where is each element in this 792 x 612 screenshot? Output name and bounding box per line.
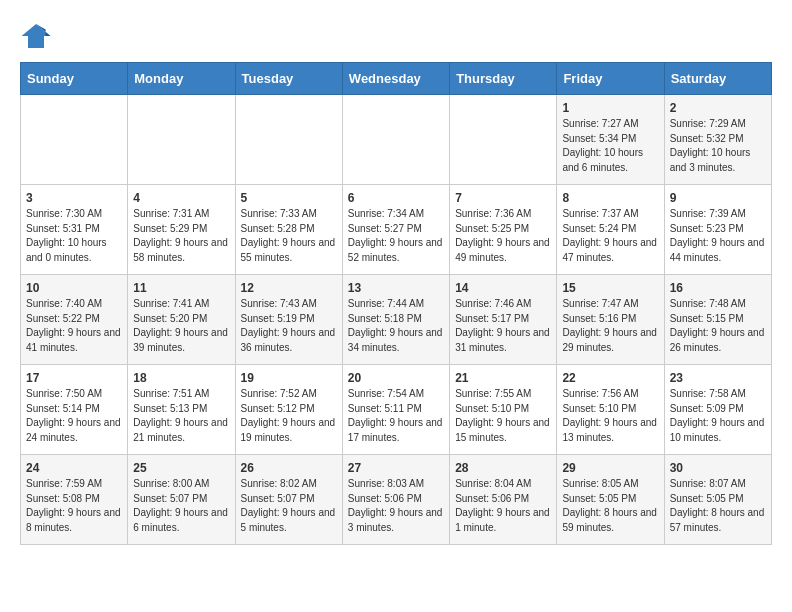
day-info: Sunrise: 7:36 AM Sunset: 5:25 PM Dayligh… [455,207,551,265]
day-info: Sunrise: 7:31 AM Sunset: 5:29 PM Dayligh… [133,207,229,265]
calendar-cell: 18Sunrise: 7:51 AM Sunset: 5:13 PM Dayli… [128,365,235,455]
day-info: Sunrise: 7:56 AM Sunset: 5:10 PM Dayligh… [562,387,658,445]
calendar-cell: 23Sunrise: 7:58 AM Sunset: 5:09 PM Dayli… [664,365,771,455]
day-info: Sunrise: 8:05 AM Sunset: 5:05 PM Dayligh… [562,477,658,535]
day-number: 3 [26,191,122,205]
calendar-cell [235,95,342,185]
calendar-cell: 22Sunrise: 7:56 AM Sunset: 5:10 PM Dayli… [557,365,664,455]
day-number: 1 [562,101,658,115]
day-info: Sunrise: 7:55 AM Sunset: 5:10 PM Dayligh… [455,387,551,445]
day-number: 5 [241,191,337,205]
day-number: 11 [133,281,229,295]
day-info: Sunrise: 7:59 AM Sunset: 5:08 PM Dayligh… [26,477,122,535]
day-number: 29 [562,461,658,475]
day-info: Sunrise: 7:51 AM Sunset: 5:13 PM Dayligh… [133,387,229,445]
day-number: 23 [670,371,766,385]
calendar-cell: 6Sunrise: 7:34 AM Sunset: 5:27 PM Daylig… [342,185,449,275]
header-friday: Friday [557,63,664,95]
header-monday: Monday [128,63,235,95]
calendar-cell: 29Sunrise: 8:05 AM Sunset: 5:05 PM Dayli… [557,455,664,545]
calendar-week-row: 24Sunrise: 7:59 AM Sunset: 5:08 PM Dayli… [21,455,772,545]
day-number: 16 [670,281,766,295]
day-number: 24 [26,461,122,475]
calendar-cell [21,95,128,185]
day-number: 4 [133,191,229,205]
day-info: Sunrise: 7:34 AM Sunset: 5:27 PM Dayligh… [348,207,444,265]
calendar-cell: 1Sunrise: 7:27 AM Sunset: 5:34 PM Daylig… [557,95,664,185]
day-info: Sunrise: 7:29 AM Sunset: 5:32 PM Dayligh… [670,117,766,175]
day-info: Sunrise: 7:39 AM Sunset: 5:23 PM Dayligh… [670,207,766,265]
calendar-cell: 7Sunrise: 7:36 AM Sunset: 5:25 PM Daylig… [450,185,557,275]
calendar-cell: 26Sunrise: 8:02 AM Sunset: 5:07 PM Dayli… [235,455,342,545]
calendar-cell: 12Sunrise: 7:43 AM Sunset: 5:19 PM Dayli… [235,275,342,365]
day-number: 10 [26,281,122,295]
day-number: 30 [670,461,766,475]
day-number: 19 [241,371,337,385]
logo-icon [20,20,52,52]
calendar-cell: 8Sunrise: 7:37 AM Sunset: 5:24 PM Daylig… [557,185,664,275]
day-info: Sunrise: 7:27 AM Sunset: 5:34 PM Dayligh… [562,117,658,175]
calendar-cell: 28Sunrise: 8:04 AM Sunset: 5:06 PM Dayli… [450,455,557,545]
calendar-cell: 25Sunrise: 8:00 AM Sunset: 5:07 PM Dayli… [128,455,235,545]
logo [20,20,56,52]
header [20,20,772,52]
day-info: Sunrise: 7:43 AM Sunset: 5:19 PM Dayligh… [241,297,337,355]
header-saturday: Saturday [664,63,771,95]
day-number: 26 [241,461,337,475]
calendar-header-row: SundayMondayTuesdayWednesdayThursdayFrid… [21,63,772,95]
calendar-cell: 24Sunrise: 7:59 AM Sunset: 5:08 PM Dayli… [21,455,128,545]
day-number: 13 [348,281,444,295]
day-number: 6 [348,191,444,205]
day-number: 15 [562,281,658,295]
day-number: 2 [670,101,766,115]
calendar-cell: 19Sunrise: 7:52 AM Sunset: 5:12 PM Dayli… [235,365,342,455]
calendar-cell: 20Sunrise: 7:54 AM Sunset: 5:11 PM Dayli… [342,365,449,455]
day-info: Sunrise: 7:41 AM Sunset: 5:20 PM Dayligh… [133,297,229,355]
day-info: Sunrise: 7:46 AM Sunset: 5:17 PM Dayligh… [455,297,551,355]
calendar-week-row: 10Sunrise: 7:40 AM Sunset: 5:22 PM Dayli… [21,275,772,365]
calendar-cell [342,95,449,185]
calendar-week-row: 1Sunrise: 7:27 AM Sunset: 5:34 PM Daylig… [21,95,772,185]
calendar-cell: 9Sunrise: 7:39 AM Sunset: 5:23 PM Daylig… [664,185,771,275]
day-number: 12 [241,281,337,295]
calendar-cell: 13Sunrise: 7:44 AM Sunset: 5:18 PM Dayli… [342,275,449,365]
calendar-week-row: 17Sunrise: 7:50 AM Sunset: 5:14 PM Dayli… [21,365,772,455]
calendar-cell [450,95,557,185]
day-info: Sunrise: 7:30 AM Sunset: 5:31 PM Dayligh… [26,207,122,265]
day-info: Sunrise: 7:44 AM Sunset: 5:18 PM Dayligh… [348,297,444,355]
day-number: 20 [348,371,444,385]
day-info: Sunrise: 7:48 AM Sunset: 5:15 PM Dayligh… [670,297,766,355]
calendar-cell: 2Sunrise: 7:29 AM Sunset: 5:32 PM Daylig… [664,95,771,185]
header-tuesday: Tuesday [235,63,342,95]
calendar-cell: 21Sunrise: 7:55 AM Sunset: 5:10 PM Dayli… [450,365,557,455]
day-info: Sunrise: 7:33 AM Sunset: 5:28 PM Dayligh… [241,207,337,265]
day-number: 28 [455,461,551,475]
day-info: Sunrise: 8:07 AM Sunset: 5:05 PM Dayligh… [670,477,766,535]
day-number: 9 [670,191,766,205]
calendar-cell: 30Sunrise: 8:07 AM Sunset: 5:05 PM Dayli… [664,455,771,545]
day-number: 8 [562,191,658,205]
calendar-cell: 11Sunrise: 7:41 AM Sunset: 5:20 PM Dayli… [128,275,235,365]
day-info: Sunrise: 7:52 AM Sunset: 5:12 PM Dayligh… [241,387,337,445]
day-number: 7 [455,191,551,205]
calendar-cell: 14Sunrise: 7:46 AM Sunset: 5:17 PM Dayli… [450,275,557,365]
day-info: Sunrise: 8:02 AM Sunset: 5:07 PM Dayligh… [241,477,337,535]
day-info: Sunrise: 7:40 AM Sunset: 5:22 PM Dayligh… [26,297,122,355]
calendar-table: SundayMondayTuesdayWednesdayThursdayFrid… [20,62,772,545]
day-info: Sunrise: 8:03 AM Sunset: 5:06 PM Dayligh… [348,477,444,535]
day-info: Sunrise: 7:37 AM Sunset: 5:24 PM Dayligh… [562,207,658,265]
calendar-cell: 15Sunrise: 7:47 AM Sunset: 5:16 PM Dayli… [557,275,664,365]
header-wednesday: Wednesday [342,63,449,95]
day-info: Sunrise: 7:50 AM Sunset: 5:14 PM Dayligh… [26,387,122,445]
calendar-cell: 4Sunrise: 7:31 AM Sunset: 5:29 PM Daylig… [128,185,235,275]
day-number: 25 [133,461,229,475]
day-number: 18 [133,371,229,385]
day-number: 14 [455,281,551,295]
day-info: Sunrise: 8:00 AM Sunset: 5:07 PM Dayligh… [133,477,229,535]
day-info: Sunrise: 8:04 AM Sunset: 5:06 PM Dayligh… [455,477,551,535]
calendar-cell: 27Sunrise: 8:03 AM Sunset: 5:06 PM Dayli… [342,455,449,545]
day-info: Sunrise: 7:58 AM Sunset: 5:09 PM Dayligh… [670,387,766,445]
day-number: 17 [26,371,122,385]
calendar-cell [128,95,235,185]
calendar-cell: 3Sunrise: 7:30 AM Sunset: 5:31 PM Daylig… [21,185,128,275]
